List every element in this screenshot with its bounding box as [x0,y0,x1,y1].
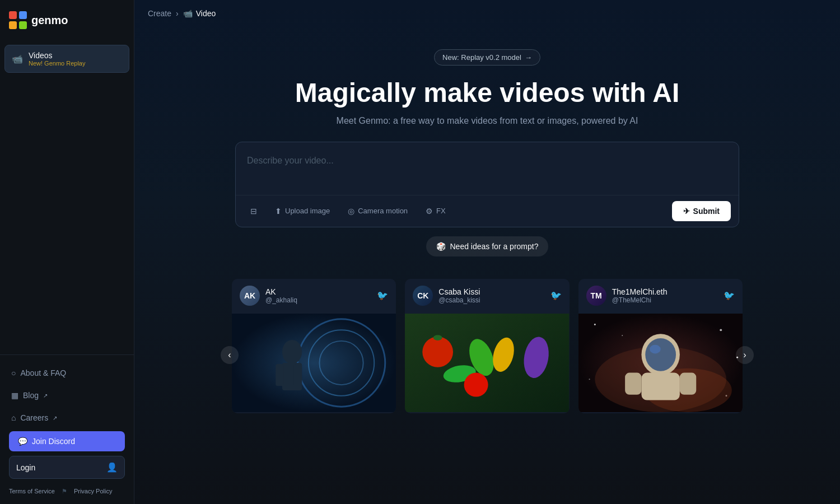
svg-point-22 [622,335,623,336]
breadcrumb-separator: › [176,9,179,18]
hero-subtitle: Meet Genmo: a free way to make videos fr… [337,116,638,126]
ideas-icon: 🎲 [436,242,446,251]
privacy-policy-link[interactable]: Privacy Policy [74,488,112,495]
user-handle: @csaba_kissi [438,296,480,304]
svg-point-19 [464,372,488,396]
submit-icon: ✈ [683,207,690,216]
svg-rect-11 [293,364,302,386]
ideas-label: Need ideas for a prompt? [450,242,539,251]
careers-label: Careers [20,413,48,422]
card-user: CK Csaba Kissi @csaba_kissi [413,286,480,306]
submit-button[interactable]: ✈ Submit [672,201,731,221]
svg-point-14 [433,335,442,340]
genmo-logo-icon [9,11,27,29]
svg-rect-32 [641,372,679,400]
user-info: Csaba Kissi @csaba_kissi [438,287,480,304]
hero-title: Magically make videos with AI [295,77,679,109]
fx-button[interactable]: ⚙ FX [419,203,452,220]
svg-point-13 [423,337,454,367]
breadcrumb-video: 📹 Video [183,9,216,18]
sidebar-bottom: ○ About & FAQ ▦ Blog ↗ ⌂ Careers ↗ 💬 Joi… [0,354,134,504]
gallery-next-button[interactable]: › [736,346,754,364]
svg-rect-34 [680,372,696,394]
sidebar-item-videos[interactable]: 📹 Videos New! Genmo Replay [4,45,129,73]
join-discord-button[interactable]: 💬 Join Discord [9,431,125,451]
sidebar-link-blog[interactable]: ▦ Blog ↗ [9,386,125,404]
video-prompt-input[interactable] [236,142,739,193]
upload-image-label: Upload image [285,207,330,215]
video-prompt-container: ⊟ ⬆ Upload image ◎ Camera motion ⚙ FX ✈ [235,142,739,227]
discord-icon: 💬 [18,437,27,446]
join-discord-label: Join Discord [32,437,75,446]
user-name: The1MelChi.eth [612,287,668,296]
camera-motion-label: Camera motion [358,207,408,215]
card-header: AK AK @_akhaliq 🐦 [232,279,396,312]
gallery-card-tm[interactable]: TM The1MelChi.eth @TheMelChi 🐦 [578,279,743,413]
user-name: AK [265,287,297,296]
card-header: CK Csaba Kissi @csaba_kissi 🐦 [405,279,569,312]
nav-item-subtitle: New! Genmo Replay [29,60,86,67]
svg-point-31 [650,344,661,353]
toolbar: ⊟ ⬆ Upload image ◎ Camera motion ⚙ FX ✈ [236,195,739,227]
video-breadcrumb-icon: 📹 [183,9,193,18]
svg-rect-1 [19,11,27,19]
need-ideas-button[interactable]: 🎲 Need ideas for a prompt? [426,236,549,256]
about-label: About & FAQ [20,368,66,377]
card-image-placeholder [578,312,743,413]
user-icon: 👤 [106,462,118,473]
twitter-icon[interactable]: 🐦 [724,290,735,301]
logo-text: genmo [31,14,68,27]
external-link-icon: ↗ [43,393,48,399]
badge-text: New: Replay v0.2 model [442,53,521,62]
svg-rect-2 [9,21,17,29]
svg-rect-33 [625,372,641,394]
svg-point-21 [594,324,596,325]
gallery-card-ck[interactable]: CK Csaba Kissi @csaba_kissi 🐦 [405,279,569,413]
avatar: TM [586,286,606,306]
terms-of-service-link[interactable]: Terms of Service [9,488,55,495]
card-image-placeholder [232,312,396,413]
upload-icon: ⬆ [275,207,282,216]
user-name: Csaba Kissi [438,287,480,296]
hero-section: New: Replay v0.2 model → Magically make … [134,27,840,436]
sidebar-link-about[interactable]: ○ About & FAQ [9,364,125,382]
upload-image-button[interactable]: ⬆ Upload image [268,203,337,220]
badge-arrow: → [525,53,532,62]
new-model-badge-button[interactable]: New: Replay v0.2 model → [434,49,540,66]
svg-point-30 [645,338,676,371]
submit-label: Submit [693,207,720,216]
nav-section: 📹 Videos New! Genmo Replay [0,40,134,354]
twitter-icon[interactable]: 🐦 [377,290,388,301]
card-header: TM The1MelChi.eth @TheMelChi 🐦 [578,279,743,312]
breadcrumb-create[interactable]: Create [148,9,171,18]
card-user: TM The1MelChi.eth @TheMelChi [586,286,668,306]
blog-icon: ▦ [11,391,18,400]
card-image-placeholder [405,312,569,413]
blog-label: Blog [23,391,39,400]
top-bar: Create › 📹 Video [134,0,840,27]
logo-area: genmo [0,0,134,40]
avatar: AK [240,286,260,306]
fx-icon: ⚙ [426,207,433,216]
twitter-icon[interactable]: 🐦 [550,290,562,301]
svg-rect-0 [9,11,17,19]
login-label: Login [16,463,35,472]
user-info: The1MelChi.eth @TheMelChi [612,287,668,304]
gallery-prev-button[interactable]: ‹ [221,346,239,364]
about-icon: ○ [11,368,16,377]
avatar: CK [413,286,433,306]
login-row[interactable]: Login 👤 [9,456,125,479]
footer-divider: ⚑ [62,488,67,495]
fx-label: FX [436,207,446,215]
main-content: Create › 📹 Video New: Replay v0.2 model … [134,0,840,504]
camera-motion-button[interactable]: ◎ Camera motion [341,203,414,220]
settings-button[interactable]: ⊟ [244,203,264,220]
gallery-card-ak[interactable]: AK AK @_akhaliq 🐦 [232,279,396,413]
gallery-grid: AK AK @_akhaliq 🐦 [232,279,743,413]
gallery-section: ‹ AK AK @_akhaliq 🐦 [218,279,756,436]
external-link-icon-2: ↗ [53,415,57,421]
sidebar-link-careers[interactable]: ⌂ Careers ↗ [9,409,125,427]
user-info: AK @_akhaliq [265,287,297,304]
nav-item-content: Videos New! Genmo Replay [29,51,86,67]
video-icon: 📹 [12,54,23,64]
